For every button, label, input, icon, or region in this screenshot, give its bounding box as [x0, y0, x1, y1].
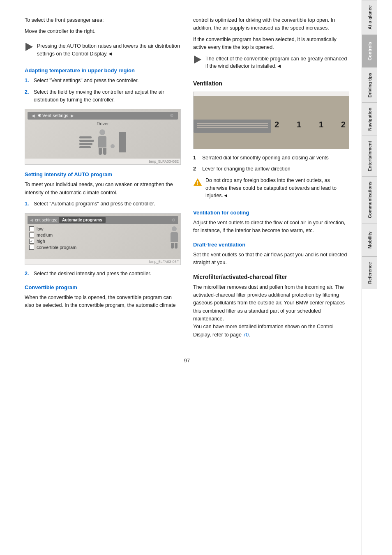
gear-icon: ⚙ [172, 218, 175, 222]
vent-num-2-right: 2 [341, 120, 346, 129]
vent-num-2-left: 2 [274, 120, 279, 129]
play-icon [25, 42, 34, 51]
vent-item-1-text: Serrated dial for smoothly opening and c… [202, 154, 329, 162]
vent-settings-image: ◀ ✱ Vent settings ▶ ⚙ Driver [25, 109, 181, 165]
knob-icon [111, 144, 115, 148]
intensity-heading: Setting intensity of AUTO program [25, 171, 181, 177]
sidebar-tab-mobility[interactable]: Mobility [362, 223, 377, 256]
intro-section: To select the front passenger area: Move… [25, 16, 181, 36]
auto-note-text: Pressing the AUTO button raises and lowe… [37, 42, 181, 58]
page-ref-70: 70 [243, 332, 249, 338]
auto-programs-diagram: ◀ ent settings: Automatic programs ⚙ low [25, 214, 180, 259]
seat-panel [119, 132, 126, 152]
vent-settings-diagram: ◀ ✱ Vent settings ▶ ⚙ Driver [25, 109, 180, 159]
vent-grille-top [194, 120, 271, 133]
triangle-icon [25, 43, 33, 51]
sidebar-tab-driving-tips[interactable]: Driving tips [362, 67, 377, 103]
sidebar-label-reference: Reference [367, 262, 372, 284]
convertible-note2: The effect of the convertible program ca… [205, 55, 349, 71]
convertible-continued: control is optimized for driving with th… [193, 16, 349, 32]
auto-img-caption: bmp_5LFA03-06F [25, 259, 180, 265]
adapting-step-1: 1. Select "Vent settings" and press the … [25, 77, 181, 85]
sidebar-label-controls: Controls [367, 42, 372, 60]
vent-item-1-num: 1 [193, 154, 200, 162]
vent-settings-label: ✱ Vent settings [37, 113, 68, 118]
sidebar-label-navigation: Navigation [367, 108, 372, 131]
sidebar-tab-navigation[interactable]: Navigation [362, 102, 377, 136]
convertible-text: When the convertible top is opened, the … [25, 294, 181, 310]
checkbox-convertible [29, 245, 34, 250]
ventilation-diagram: 2 1 1 2 [194, 96, 349, 149]
vent-item-1: 1 Serrated dial for smoothly opening and… [193, 154, 349, 162]
vent-item-2: 2 Lever for changing the airflow directi… [193, 165, 349, 173]
person-figure-2 [171, 226, 178, 251]
intro-line1: To select the front passenger area: [25, 16, 181, 24]
driver-label: Driver [97, 121, 108, 126]
warning-icon: ! [193, 177, 202, 188]
step-text-2: Select the field by moving the controlle… [34, 88, 181, 104]
svg-text:!: ! [197, 180, 198, 186]
program-list: low medium high [28, 226, 78, 251]
triangle-icon-2 [194, 55, 201, 64]
auto-programs-title-bar: ◀ ent settings: Automatic programs ⚙ [28, 216, 178, 224]
ventilation-image: 2 1 1 2 bmp_5L7A350UK [193, 92, 349, 149]
vent-item-2-text: Lever for changing the airflow direction [202, 165, 291, 173]
auto-note-box: Pressing the AUTO button raises and lowe… [25, 42, 181, 61]
auto-programs-image: ◀ ent settings: Automatic programs ⚙ low [25, 213, 181, 265]
program-low: low [29, 226, 76, 231]
checkbox-low [29, 226, 34, 231]
microfilter-heading: Microfilter/activated-charcoal filter [193, 274, 349, 280]
sidebar-label-at-a-glance: At a glance [367, 5, 372, 30]
step2-text: Select the desired intensity and press t… [34, 270, 151, 278]
label-medium: medium [37, 233, 53, 237]
img-caption: bmp_5LFA03-06E [25, 159, 180, 164]
play-icon-2 [193, 55, 202, 64]
program-medium: medium [29, 233, 76, 237]
program-high: high [29, 239, 76, 244]
page-number: 97 [25, 357, 349, 364]
vent-number-row: 2 1 1 2 [271, 118, 349, 131]
draft-text: Set the vent outlets so that the air flo… [193, 251, 349, 267]
back-arrow: ◀ [30, 218, 33, 222]
sidebar-tab-communications[interactable]: Communications [362, 176, 377, 223]
arrow-left-icon: ◀ [32, 113, 35, 118]
intensity-step-text-1: Select "Automatic programs" and press th… [34, 200, 155, 208]
program-convertible: convertible program [29, 245, 76, 250]
step-text-1: Select "Vent settings" and press the con… [34, 77, 139, 85]
adapting-heading: Adapting temperature in upper body regio… [25, 67, 181, 74]
sidebar-tab-reference[interactable]: Reference [362, 256, 377, 289]
slider-group [79, 136, 94, 148]
right-column: control is optimized for driving with th… [193, 16, 349, 342]
intensity-step-num-1: 1. [25, 200, 31, 208]
convertible-heading: Convertible program [25, 284, 181, 290]
label-convertible: convertible program [37, 245, 76, 250]
ent-settings-label: ent settings: [35, 218, 57, 222]
vent-title-bar: ◀ ✱ Vent settings ▶ ⚙ [28, 112, 178, 120]
sidebar-label-entertainment: Entertainment [367, 141, 372, 171]
label-low: low [37, 226, 44, 231]
sidebar-tab-controls[interactable]: Controls [362, 35, 377, 67]
cooling-text: Adjust the vent outlets to direct the fl… [193, 219, 349, 235]
left-column: To select the front passenger area: Move… [25, 16, 181, 342]
label-high: high [37, 239, 45, 244]
vent-num-1-left: 1 [297, 120, 301, 129]
divider [25, 349, 349, 349]
vent-warning-text: Do not drop any foreign bodies into the … [205, 177, 349, 200]
cooling-heading: Ventilation for cooling [193, 210, 349, 216]
convertible-note1: If the convertible program has been sele… [193, 36, 349, 52]
step-num-1: 1. [25, 77, 31, 85]
sidebar: At a glance Controls Driving tips Naviga… [362, 0, 377, 555]
sidebar-tab-entertainment[interactable]: Entertainment [362, 136, 377, 176]
ventilation-heading: Ventilation [193, 80, 349, 87]
intro-line2: Move the controller to the right. [25, 28, 181, 35]
convertible-note-box: The effect of the convertible program ca… [193, 55, 349, 74]
vent-warning-box: ! Do not drop any foreign bodies into th… [193, 177, 349, 203]
checkbox-medium [29, 233, 34, 237]
main-content: To select the front passenger area: Move… [0, 0, 362, 555]
checkbox-high [29, 239, 34, 244]
automatic-programs-tab: Automatic programs [59, 217, 106, 223]
intensity-step-1: 1. Select "Automatic programs" and press… [25, 200, 181, 208]
sidebar-label-driving-tips: Driving tips [367, 73, 372, 98]
sidebar-tab-at-a-glance[interactable]: At a glance [362, 0, 377, 35]
step2-num: 2. [25, 270, 31, 278]
